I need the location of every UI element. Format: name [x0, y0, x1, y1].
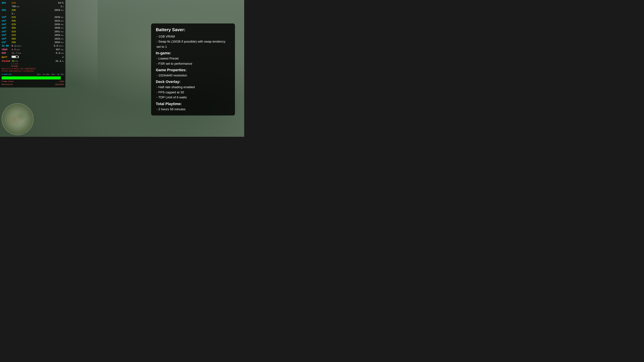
core6-freq: 2028: [54, 37, 60, 40]
cpu-core-0: CPU0 62% 2039MHz: [2, 15, 64, 19]
ram-label: RAM: [2, 51, 11, 55]
core1-freq: 2043: [54, 19, 60, 23]
cpu-core-7: CPU7 59% 2059MHz: [2, 41, 64, 44]
cpu-power: 2: [12, 12, 13, 15]
cpu-usage: 59%: [12, 8, 16, 12]
cpu-power-unit: W: [14, 13, 14, 15]
gpu-power-unit: W: [63, 6, 64, 8]
core3-freq: 2050: [54, 26, 60, 30]
gpu-temp: 63°C: [58, 1, 64, 5]
vram-label: VRAM: [2, 48, 11, 51]
vulkan-row: VULKAN 30FPS 33.4ms: [2, 59, 64, 63]
hud-overlay: GPU 83% 63°C 708MHz 2W CPU 59% 2059MHz 2…: [0, 0, 66, 87]
core5-label: CPU5: [2, 33, 11, 37]
game-properties-item-0: - 1024x640 resolution: [156, 73, 230, 78]
game-properties-title: Game Properties:: [156, 68, 230, 72]
gpu-name: VanGogh: [11, 65, 64, 68]
total-playtime-item-0: - 2 hours 59 minutes: [156, 107, 230, 112]
gpu-freq-unit: MHz: [16, 6, 20, 8]
core0-label: CPU0: [2, 15, 11, 19]
resolution-label: Resolution: [2, 83, 13, 86]
cpu-freq: 2059: [54, 8, 60, 12]
core4-freq: 2051: [54, 30, 60, 33]
gpu-freq: 708: [12, 5, 16, 8]
core4-usage: 62%: [12, 30, 16, 33]
ram-swap: 0.0: [56, 51, 60, 55]
frame-count-value: 4146: [59, 80, 64, 83]
resolution-row: Resolution 1024x640: [2, 83, 64, 86]
deck-overlay-title: Deck Overlay:: [156, 80, 230, 84]
mesa-version: Mesa 22.2.0-devel (git-03db7b91fb): [2, 68, 64, 70]
proton-version: Proton experimental-7.0-20221012: [2, 70, 64, 72]
io-label: IO RW: [2, 44, 11, 48]
vulkan-frametime: 33.4: [55, 59, 61, 63]
battery-saver-title: Battery Saver:: [156, 27, 230, 32]
core5-usage: 52%: [12, 33, 16, 37]
io-row: IO RW 0.1MiB/s 0.0MiB/s: [2, 44, 64, 48]
battery-saver-item-1: - Swap fix (16GB if possible) with swap …: [156, 39, 230, 49]
core0-usage: 62%: [12, 15, 16, 19]
core7-freq: 2059: [54, 41, 60, 44]
core5-freq: 2059: [54, 33, 60, 37]
cpu-core-6: CPU6 60% 2028MHz: [2, 37, 64, 40]
charge-arrow-icon: ↗: [62, 55, 64, 59]
frametime-stats: min: 31.6ms, max: 35.7ms: [37, 73, 64, 76]
cpu-freq-unit: MHz: [61, 9, 64, 12]
cpu-core-4: CPU4 62% 2051MHz: [2, 30, 64, 33]
ram-row: RAM 11.7GiB 0.0GiB: [2, 51, 64, 55]
vulkan-version: 1.3.211: [11, 63, 64, 65]
io-write: 0.0: [54, 44, 58, 48]
batt-label: BATT: [2, 56, 11, 59]
cpu-row: CPU 59% 2059MHz: [2, 8, 64, 12]
gpu-freq-row: 708MHz 2W: [2, 5, 64, 8]
cpu-core-1: CPU1 58% 2043MHz: [2, 19, 64, 23]
gpu-usage: 83%: [12, 1, 16, 5]
io-read: 0.1: [12, 44, 16, 48]
vram-used: 4.5: [12, 48, 16, 51]
vulkan-label: VULKAN: [2, 59, 11, 63]
frametime-label: Frametime: [2, 73, 12, 76]
core2-label: CPU2: [2, 23, 11, 26]
resolution-value: 1024x640: [55, 83, 64, 86]
gpu-row: GPU 83% 63°C: [2, 1, 64, 5]
battery-icon: [12, 56, 18, 58]
batt-row: BATT ↗: [2, 55, 64, 59]
vram-row: VRAM 4.5GiB 687MHz: [2, 48, 64, 51]
cpu-core-2: CPU2 62% 2036MHz: [2, 23, 64, 26]
vulkan-fps: 30: [12, 59, 14, 63]
cpu-label: CPU: [2, 8, 11, 12]
core2-freq: 2036: [54, 23, 60, 26]
core6-usage: 60%: [12, 37, 16, 40]
core1-label: CPU1: [2, 19, 11, 23]
frametime-bar-container: [2, 76, 64, 79]
frame-count-label: Frame Count: [2, 80, 14, 83]
core1-usage: 58%: [12, 19, 16, 23]
frame-count-row: Frame Count 4146: [2, 80, 64, 83]
core7-usage: 59%: [12, 41, 16, 44]
cpu-core-5: CPU5 52% 2059MHz: [2, 33, 64, 37]
core4-label: CPU4: [2, 30, 11, 33]
core2-usage: 62%: [12, 23, 16, 26]
in-game-item-0: - Lowest Preset: [156, 56, 230, 61]
total-playtime-title: Total Playtime:: [156, 102, 230, 106]
gpu-label: GPU: [2, 1, 11, 5]
cpu-cores-section: CPU0 62% 2039MHz CPU1 58% 2043MHz CPU2 6…: [2, 15, 64, 44]
cpu-power-row: 2W: [2, 12, 64, 15]
deck-overlay-item-0: - Half rate shading enabled: [156, 85, 230, 90]
deck-overlay-item-2: - TDP Limit of 6 watts: [156, 95, 230, 100]
info-panel: Battery Saver: - 1GB VRAM - Swap fix (16…: [151, 23, 235, 115]
core6-label: CPU6: [2, 37, 11, 40]
vram-freq: 687: [56, 48, 60, 51]
gpu-power: 2: [61, 5, 62, 8]
ram-used: 11.7: [12, 51, 17, 55]
battery-fill: [12, 56, 16, 57]
in-game-title: In-game:: [156, 51, 230, 55]
core3-usage: 60%: [12, 26, 16, 30]
core0-freq: 2039: [54, 15, 60, 19]
cpu-core-3: CPU3 60% 2050MHz: [2, 26, 64, 30]
frametime-bar: [2, 76, 61, 79]
deck-overlay-item-1: - FPS capped at 30: [156, 90, 230, 95]
frametime-row: Frametime min: 31.6ms, max: 35.7ms: [2, 73, 64, 76]
minimap: [2, 103, 34, 135]
in-game-item-1: - FSR set to performance: [156, 61, 230, 66]
